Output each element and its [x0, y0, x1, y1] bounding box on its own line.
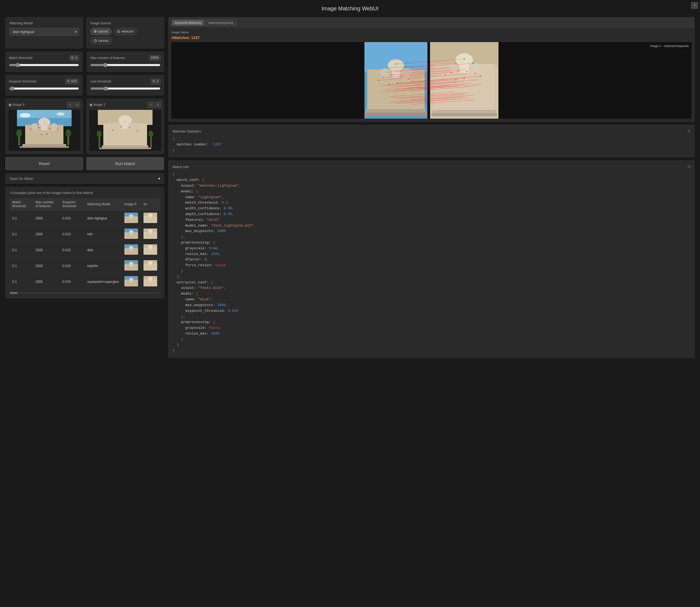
image0-edit-btn[interactable]: ✎	[67, 102, 73, 108]
max-features-group: Max number of features 2000	[87, 51, 164, 72]
reset-button[interactable]: Reset	[5, 157, 83, 170]
image0-label: Image 0	[13, 103, 24, 107]
tab-keypoints-matching[interactable]: Keypoints Matching	[172, 20, 204, 26]
cell-image0[interactable]	[122, 258, 141, 274]
sliders-row-2: Keypoint threshold 0.015 Line threshold …	[5, 75, 164, 96]
svg-rect-70	[130, 264, 132, 266]
svg-rect-82	[149, 278, 151, 281]
radio-dot-webcam	[117, 30, 120, 33]
cell-image1[interactable]	[141, 242, 160, 258]
table-row[interactable]: 0.1 2000 0.015 superpoint+superglue	[9, 274, 160, 290]
collapsible-bar[interactable]: Open for More! ◀	[5, 173, 164, 184]
cell-keypoint-threshold: 0.015	[60, 274, 85, 290]
cell-match-threshold: 0.1	[9, 242, 33, 258]
tab-matched-keypoints[interactable]: matched keypoints	[205, 20, 236, 26]
left-panel: Matching Model disk+lightglue loftr disk…	[5, 17, 164, 298]
svg-point-18	[38, 127, 39, 128]
cell-max-features: 2000	[33, 226, 60, 242]
svg-point-14	[16, 129, 22, 137]
table-row[interactable]: 0.1 2000 0.015 topicfm	[9, 258, 160, 274]
radio-webcam[interactable]: webcam	[114, 28, 137, 35]
line-threshold-value: 0.2	[151, 79, 161, 84]
line-threshold-slider[interactable]	[90, 86, 161, 91]
table-scrollbar[interactable]	[9, 292, 160, 294]
matching-model-select-wrapper: disk+lightglue loftr disk topicfm superp…	[9, 28, 79, 36]
image0-close-btn[interactable]: ✕	[74, 102, 80, 108]
match-info-card: Match info ⧉ { match_conf: { output: "ma…	[168, 161, 695, 358]
cell-match-threshold: 0.1	[9, 274, 33, 290]
svg-point-3	[57, 112, 65, 116]
thumb-image1	[144, 244, 157, 255]
keypoints-body: Image Name #Matches: 1337 Image 1 - matc…	[169, 28, 694, 121]
image1-edit-btn[interactable]: ✎	[148, 102, 154, 108]
svg-point-16	[66, 129, 71, 137]
match-visualization	[171, 42, 692, 119]
image0-svg	[8, 110, 80, 151]
keypoint-threshold-slider[interactable]	[9, 86, 79, 91]
image-source-card: Image Source upload webcam canvas	[86, 17, 164, 48]
thumb-image0	[124, 244, 138, 255]
svg-rect-115	[432, 113, 497, 117]
matches-stats-copy-icon[interactable]: ⧉	[688, 129, 691, 133]
svg-rect-31	[133, 125, 138, 130]
svg-point-122	[475, 73, 476, 74]
matches-stats-card: Matches Statistics ⧉ { matches number: 1…	[168, 125, 695, 157]
cell-max-features: 2000	[33, 258, 60, 274]
thumb-image1	[144, 276, 157, 287]
cell-match-threshold: 0.1	[9, 210, 33, 226]
cell-image1[interactable]	[141, 258, 160, 274]
cell-image1[interactable]	[141, 274, 160, 290]
collapsible-arrow-icon: ◀	[158, 176, 160, 181]
cell-image0[interactable]	[122, 242, 141, 258]
svg-rect-27	[122, 120, 129, 129]
thumb-image1	[144, 229, 157, 239]
examples-table: Match threshold Max number of features K…	[9, 198, 160, 290]
page-title: Image Matching WebUI	[5, 5, 695, 12]
col-image0: Image 0	[122, 198, 141, 210]
match-threshold-slider[interactable]	[9, 63, 79, 67]
right-panel: Keypoints Matching matched keypoints ⬇ I…	[168, 17, 695, 358]
table-row[interactable]: 0.1 2000 0.015 disk+lightglue	[9, 210, 160, 226]
thumb-image1	[144, 213, 157, 223]
cell-keypoint-threshold: 0.015	[60, 226, 85, 242]
cell-max-features: 2000	[33, 242, 60, 258]
image1-close-btn[interactable]: ✕	[155, 102, 161, 108]
max-features-value: 2000	[149, 55, 161, 61]
radio-upload-label: upload	[98, 29, 108, 33]
radio-canvas[interactable]: canvas	[90, 37, 112, 44]
svg-rect-10	[52, 126, 56, 131]
svg-rect-54	[130, 232, 132, 234]
cell-image0[interactable]	[122, 226, 141, 242]
cell-image1[interactable]	[141, 210, 160, 226]
table-row[interactable]: 0.1 2000 0.015 loftr	[9, 226, 160, 242]
cell-keypoint-threshold: 0.015	[60, 242, 85, 258]
svg-point-19	[44, 123, 45, 124]
keypoint-threshold-value: 0.015	[65, 79, 79, 84]
cell-image0[interactable]	[122, 210, 141, 226]
table-row[interactable]: 0.1 2000 0.015 disk	[9, 242, 160, 258]
matching-model-select[interactable]: disk+lightglue loftr disk topicfm superp…	[9, 28, 79, 36]
svg-rect-93	[365, 112, 428, 116]
buttons-row: Reset Run Match	[5, 157, 164, 170]
image-source-radio-group: upload webcam canvas	[90, 28, 160, 44]
keypoint-threshold-group: Keypoint threshold 0.015	[5, 75, 83, 96]
svg-rect-109	[460, 60, 469, 73]
svg-rect-74	[149, 263, 151, 265]
cell-image0[interactable]	[122, 274, 141, 290]
svg-point-2	[20, 113, 30, 118]
radio-upload[interactable]: upload	[90, 28, 111, 35]
match-threshold-value: 0.1	[69, 55, 79, 61]
match-info-copy-icon[interactable]: ⧉	[688, 165, 691, 169]
svg-rect-46	[130, 216, 132, 218]
run-match-button[interactable]: Run Match	[86, 157, 164, 170]
matching-model-card: Matching Model disk+lightglue loftr disk…	[5, 17, 83, 48]
image0-actions: ✎ ✕	[67, 102, 80, 108]
line-threshold-label: Line threshold	[90, 80, 111, 83]
cell-image1[interactable]	[141, 226, 160, 242]
svg-rect-32	[102, 145, 148, 148]
keypoints-card: Keypoints Matching matched keypoints ⬇ I…	[168, 17, 695, 122]
match-threshold-label: Match threshold	[9, 56, 32, 60]
max-features-slider[interactable]	[90, 63, 161, 67]
thumb-image0	[124, 213, 138, 223]
table-scrollbar-thumb	[9, 292, 18, 294]
